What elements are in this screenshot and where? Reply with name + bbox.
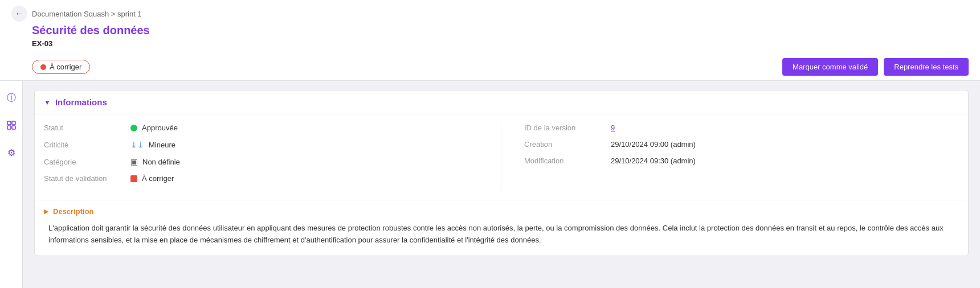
statut-label: Statut bbox=[44, 124, 124, 132]
categorie-row: Catégorie ▣ Non définie bbox=[44, 157, 478, 166]
action-bar: À corriger Marquer comme validé Reprendr… bbox=[11, 54, 969, 80]
criticite-chevrons-icon: ⤓⤓ bbox=[130, 140, 144, 149]
svg-rect-2 bbox=[7, 126, 11, 129]
sidebar-icon-bug[interactable]: ⚙ bbox=[3, 145, 19, 161]
validate-button[interactable]: Marquer comme validé bbox=[782, 58, 878, 76]
id-version-label: ID de la version bbox=[524, 124, 604, 132]
sidebar-icon-info[interactable]: ⓘ bbox=[3, 90, 19, 106]
statut-value: Approuvée bbox=[130, 124, 178, 132]
id-version-value: 9 bbox=[611, 124, 615, 132]
modification-value: 29/10/2024 09:30 (admin) bbox=[611, 157, 696, 165]
creation-value: 29/10/2024 09:00 (admin) bbox=[611, 140, 696, 149]
categorie-value: ▣ Non définie bbox=[130, 157, 180, 166]
statut-validation-value: À corriger bbox=[130, 174, 174, 183]
sidebar-icon-grid[interactable] bbox=[3, 117, 19, 133]
id-version-row: ID de la version 9 bbox=[524, 124, 959, 132]
breadcrumb-row: ← Documentation Squash > sprint 1 bbox=[11, 6, 969, 22]
section-header-informations: ▼ Informations bbox=[35, 90, 968, 114]
back-button[interactable]: ← bbox=[11, 6, 27, 22]
categorie-label: Catégorie bbox=[44, 158, 124, 166]
red-square-icon bbox=[130, 175, 137, 182]
action-buttons: Marquer comme validé Reprendre les tests bbox=[782, 58, 969, 76]
criticite-value: ⤓⤓ Mineure bbox=[130, 140, 175, 149]
sidebar: ⓘ ⚙ bbox=[0, 81, 23, 288]
statut-validation-label: Statut de validation bbox=[44, 174, 124, 183]
description-chevron-icon: ▶ bbox=[44, 208, 48, 215]
criticite-row: Criticité ⤓⤓ Mineure bbox=[44, 140, 478, 149]
informations-card: ▼ Informations Statut Approuvée Criticit… bbox=[34, 90, 969, 256]
top-bar: ← Documentation Squash > sprint 1 Sécuri… bbox=[0, 0, 980, 81]
resume-button[interactable]: Reprendre les tests bbox=[884, 58, 969, 76]
id-version-link[interactable]: 9 bbox=[611, 124, 615, 132]
status-dot-red bbox=[40, 64, 46, 70]
creation-row: Création 29/10/2024 09:00 (admin) bbox=[524, 140, 959, 149]
breadcrumb: Documentation Squash > sprint 1 bbox=[32, 10, 142, 18]
description-title: Description bbox=[53, 207, 94, 216]
content-area: ▼ Informations Statut Approuvée Criticit… bbox=[23, 81, 980, 288]
modification-row: Modification 29/10/2024 09:30 (admin) bbox=[524, 157, 959, 165]
info-grid: Statut Approuvée Criticité ⤓⤓ Mineure bbox=[35, 114, 968, 200]
page-title: Sécurité des données bbox=[32, 24, 969, 37]
description-section: ▶ Description L'application doit garanti… bbox=[35, 200, 968, 256]
info-left-column: Statut Approuvée Criticité ⤓⤓ Mineure bbox=[44, 124, 501, 191]
info-right-column: ID de la version 9 Création 29/10/2024 0… bbox=[501, 124, 959, 191]
statut-validation-row: Statut de validation À corriger bbox=[44, 174, 478, 183]
section-title-informations: Informations bbox=[55, 97, 107, 107]
status-badge: À corriger bbox=[32, 60, 90, 74]
back-icon: ← bbox=[15, 9, 24, 19]
page-id: EX-03 bbox=[32, 39, 969, 48]
statut-row: Statut Approuvée bbox=[44, 124, 478, 132]
modification-label: Modification bbox=[524, 157, 604, 165]
description-header: ▶ Description bbox=[44, 207, 959, 216]
criticite-label: Criticité bbox=[44, 141, 124, 149]
status-badge-label: À corriger bbox=[50, 63, 81, 71]
creation-label: Création bbox=[524, 140, 604, 149]
main-layout: ⓘ ⚙ ▼ Informations Statut bbox=[0, 81, 980, 288]
category-icon: ▣ bbox=[130, 157, 138, 166]
chevron-down-icon: ▼ bbox=[44, 98, 51, 106]
description-text: L'application doit garantir la sécurité … bbox=[44, 223, 959, 246]
green-dot-icon bbox=[130, 125, 137, 131]
svg-rect-1 bbox=[12, 121, 15, 125]
svg-rect-3 bbox=[12, 126, 15, 129]
svg-rect-0 bbox=[7, 121, 11, 125]
